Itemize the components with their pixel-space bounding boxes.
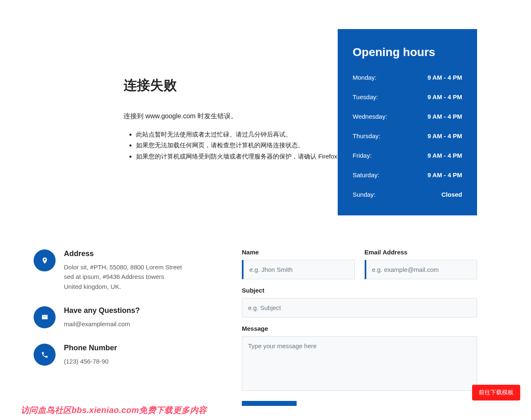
subject-field-wrap: Subject — [242, 287, 477, 317]
hours-row: Monday: 9 AM - 4 PM — [353, 74, 462, 81]
address-heading: Address — [64, 249, 182, 258]
phone-value: (123) 456-78-90 — [64, 357, 117, 366]
contact-info: Address Dolor sit, #PTH, 55080, 8800 Lor… — [34, 249, 229, 366]
hours-day: Thursday: — [353, 132, 380, 139]
watermark-text: 访问血鸟社区bbs.xieniao.com免费下载更多内容 — [21, 405, 207, 416]
questions-heading: Have any Questions? — [64, 306, 140, 315]
phone-block: Phone Number (123) 456-78-90 — [34, 344, 229, 366]
phone-heading: Phone Number — [64, 344, 117, 352]
hours-row: Sunday: Closed — [353, 191, 462, 198]
opening-hours-panel: Opening hours Monday: 9 AM - 4 PM Tuesda… — [338, 29, 477, 215]
hours-time: Closed — [441, 191, 462, 198]
email-input[interactable] — [365, 260, 477, 279]
hours-day: Tuesday: — [353, 93, 378, 100]
hours-time: 9 AM - 4 PM — [427, 132, 462, 139]
opening-hours-title: Opening hours — [353, 46, 462, 59]
email-field-wrap: Email Address — [365, 249, 477, 279]
hours-day: Monday: — [353, 74, 377, 81]
address-line: United kingdom, UK. — [64, 283, 121, 290]
questions-email: mail@examplemail.com — [64, 319, 140, 329]
address-block: Address Dolor sit, #PTH, 55080, 8800 Lor… — [34, 249, 229, 291]
hours-row: Saturday: 9 AM - 4 PM — [353, 171, 462, 178]
hours-time: 9 AM - 4 PM — [427, 74, 462, 81]
hours-time: 9 AM - 4 PM — [427, 113, 462, 120]
hours-day: Wednesday: — [353, 113, 387, 120]
hours-row: Tuesday: 9 AM - 4 PM — [353, 93, 462, 100]
name-label: Name — [242, 249, 355, 256]
phone-icon — [34, 344, 56, 366]
name-field-wrap: Name — [242, 249, 355, 279]
hours-row: Friday: 9 AM - 4 PM — [353, 152, 462, 159]
hours-row: Wednesday: 9 AM - 4 PM — [353, 113, 462, 120]
message-field-wrap: Message — [242, 325, 477, 393]
address-text: Address Dolor sit, #PTH, 55080, 8800 Lor… — [64, 249, 182, 291]
hours-day: Friday: — [353, 152, 372, 159]
questions-block: Have any Questions? mail@examplemail.com — [34, 306, 229, 329]
hours-day: Sunday: — [353, 191, 375, 198]
download-template-button[interactable]: 前往下载模板 — [472, 385, 520, 400]
message-textarea[interactable] — [242, 336, 477, 391]
hours-time: 9 AM - 4 PM — [427, 171, 462, 178]
message-label: Message — [242, 325, 477, 332]
location-pin-icon — [34, 249, 56, 271]
contact-form: Name Email Address Subject Message — [242, 249, 477, 406]
submit-button[interactable] — [242, 401, 297, 406]
phone-text: Phone Number (123) 456-78-90 — [64, 344, 117, 366]
hours-time: 9 AM - 4 PM — [427, 152, 462, 159]
email-label: Email Address — [365, 249, 477, 256]
address-line: sed at ipsum, #9436 Address towers — [64, 273, 164, 280]
name-input[interactable] — [242, 260, 355, 279]
subject-label: Subject — [242, 287, 477, 294]
subject-input[interactable] — [242, 298, 477, 317]
hours-row: Thursday: 9 AM - 4 PM — [353, 132, 462, 139]
hours-day: Saturday: — [353, 171, 379, 178]
envelope-icon — [34, 306, 56, 328]
address-line: Dolor sit, #PTH, 55080, 8800 Lorem Stree… — [64, 264, 182, 271]
hours-time: 9 AM - 4 PM — [427, 93, 462, 100]
questions-text: Have any Questions? mail@examplemail.com — [64, 306, 140, 329]
